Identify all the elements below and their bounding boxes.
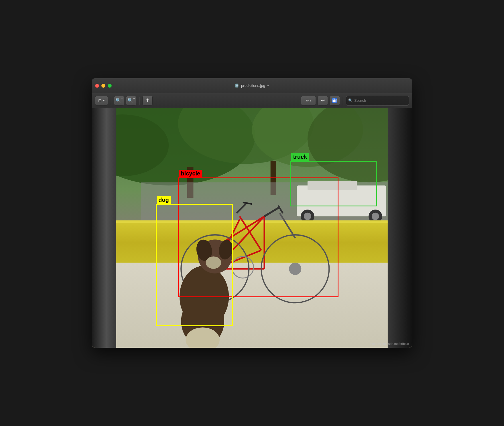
traffic-lights (95, 84, 112, 88)
dog-label: dog (157, 196, 171, 204)
rotate-icon: ↩ (321, 98, 325, 103)
svg-text:JPG: JPG (236, 85, 239, 87)
watermark-text: https://blog.csdn.net/briblue (370, 342, 409, 345)
window-title: predictions.jpg (241, 83, 265, 88)
watermark: https://blog.csdn.net/briblue (370, 342, 409, 345)
zoom-out-icon: 🔍− (115, 98, 123, 103)
toolbar-separator-2 (139, 97, 139, 105)
sidebar-toggle-button[interactable]: ⊞ ∨ (95, 96, 108, 105)
dog-detection-box: dog (156, 204, 233, 326)
sidebar-chevron-icon: ∨ (103, 99, 105, 102)
file-icon: JPG (235, 83, 239, 88)
zoom-in-button[interactable]: 🔍+ (126, 96, 136, 105)
toolbar-separator-3 (343, 97, 343, 105)
annotate-button[interactable]: ✏ ∨ (301, 96, 316, 105)
main-window: JPG predictions.jpg ∨ ⊞ ∨ 🔍− 🔍+ ⬆ ✏ ∨ ↩ (92, 78, 412, 348)
maximize-button[interactable] (108, 84, 112, 88)
rotate-button[interactable]: ↩ (318, 96, 328, 105)
share-button[interactable]: ⬆ (142, 96, 153, 105)
detection-overlay: bicycle truck dog (92, 108, 412, 348)
info-icon: 🛅 (332, 98, 338, 103)
image-area: bicycle truck dog https://blog.csdn.net/… (92, 108, 412, 348)
toolbar-separator-1 (111, 97, 111, 105)
info-button[interactable]: 🛅 (330, 96, 340, 105)
window-title-area: JPG predictions.jpg ∨ (235, 83, 269, 88)
truck-label: truck (291, 153, 309, 161)
toolbar: ⊞ ∨ 🔍− 🔍+ ⬆ ✏ ∨ ↩ 🛅 🔍 (92, 93, 412, 108)
sidebar-icon: ⊞ (98, 98, 102, 103)
minimize-button[interactable] (101, 84, 105, 88)
pen-icon: ✏ (306, 98, 309, 103)
title-chevron[interactable]: ∨ (267, 84, 269, 87)
zoom-out-button[interactable]: 🔍− (114, 96, 124, 105)
bicycle-label: bicycle (179, 170, 202, 177)
share-icon: ⬆ (145, 97, 149, 103)
close-button[interactable] (95, 84, 99, 88)
titlebar: JPG predictions.jpg ∨ (92, 78, 412, 93)
search-wrapper: 🔍 (346, 96, 409, 105)
search-input[interactable] (346, 96, 409, 105)
truck-detection-box: truck (290, 161, 377, 206)
annotate-chevron-icon: ∨ (309, 99, 311, 102)
zoom-in-icon: 🔍+ (127, 98, 135, 103)
